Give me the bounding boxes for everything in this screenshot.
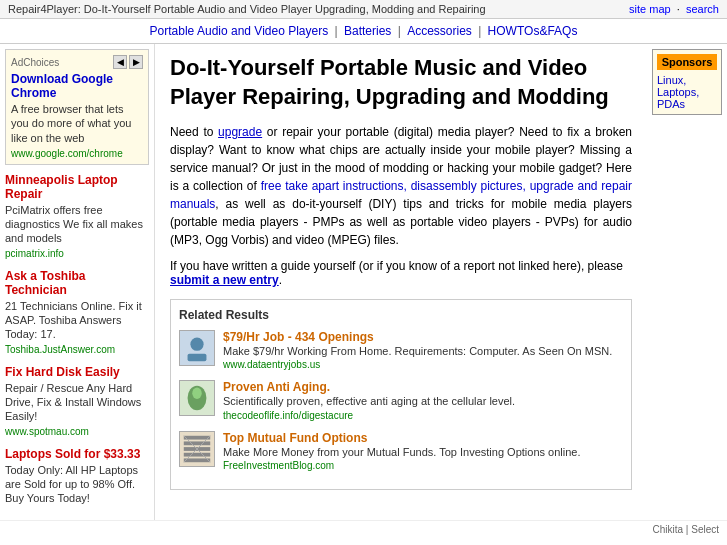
bottom-label: Chikita | Select bbox=[652, 524, 719, 535]
result-icon-1 bbox=[179, 330, 215, 366]
sitemap-link[interactable]: site map bbox=[629, 3, 671, 15]
sidebar-ad2: Minneapolis Laptop Repair PciMatrix offe… bbox=[5, 173, 149, 259]
top-bar-links[interactable]: site map · search bbox=[629, 3, 719, 15]
para1-start: Need to bbox=[170, 125, 218, 139]
ad-next-button[interactable]: ▶ bbox=[129, 55, 143, 69]
nav-accessories[interactable]: Accessories bbox=[407, 24, 472, 38]
para1-end: , as well as do-it-yourself (DIY) tips a… bbox=[170, 197, 632, 247]
sponsors-box: Sponsors Linux, Laptops, PDAs bbox=[652, 49, 722, 115]
search-link[interactable]: search bbox=[686, 3, 719, 15]
result-item-2: Proven Anti Aging. Scientifically proven… bbox=[179, 380, 623, 420]
result-content-1: $79/Hr Job - 434 Openings Make $79/hr Wo… bbox=[223, 330, 623, 370]
nav-batteries[interactable]: Batteries bbox=[344, 24, 391, 38]
nav-bar: Portable Audio and Video Players | Batte… bbox=[0, 19, 727, 44]
upgrade-link[interactable]: upgrade bbox=[218, 125, 262, 139]
svg-rect-11 bbox=[184, 458, 210, 462]
svg-rect-10 bbox=[184, 453, 210, 457]
ad-box-1: AdChoices ◀ ▶ Download Google Chrome A f… bbox=[5, 49, 149, 165]
ad3-body: 21 Technicians Online. Fix it ASAP. Tosh… bbox=[5, 299, 149, 342]
ad5-body: Today Only: All HP Laptops are Sold for … bbox=[5, 463, 149, 506]
ad-prev-button[interactable]: ◀ bbox=[113, 55, 127, 69]
ad4-body: Repair / Rescue Any Hard Drive, Fix & In… bbox=[5, 381, 149, 424]
result-icon-3 bbox=[179, 431, 215, 467]
main-para-1: Need to upgrade or repair your portable … bbox=[170, 123, 632, 249]
related-results-title: Related Results bbox=[179, 308, 623, 322]
submit-line: If you have written a guide yourself (or… bbox=[170, 259, 632, 287]
ad4-title[interactable]: Fix Hard Disk Easily bbox=[5, 365, 149, 379]
sidebar: AdChoices ◀ ▶ Download Google Chrome A f… bbox=[0, 44, 155, 520]
sidebar-ad5: Laptops Sold for $33.33 Today Only: All … bbox=[5, 447, 149, 506]
main-content: Do-It-Yourself Portable Music and Video … bbox=[155, 44, 647, 520]
nav-howtos[interactable]: HOWTOs&FAQs bbox=[488, 24, 578, 38]
para2-start: If you have written a guide yourself (or… bbox=[170, 259, 623, 273]
svg-point-5 bbox=[192, 388, 201, 399]
result-desc-2: Scientifically proven, effective anti ag… bbox=[223, 395, 515, 407]
page-title: Repair4Player: Do-It-Yourself Portable A… bbox=[8, 3, 486, 15]
sponsors-title: Sponsors bbox=[657, 54, 717, 70]
bottom-bar: Chikita | Select bbox=[0, 520, 727, 538]
result-title-1[interactable]: $79/Hr Job - 434 Openings bbox=[223, 330, 623, 344]
sponsors-column: Sponsors Linux, Laptops, PDAs bbox=[647, 44, 727, 520]
svg-rect-8 bbox=[184, 441, 210, 445]
top-bar: Repair4Player: Do-It-Yourself Portable A… bbox=[0, 0, 727, 19]
layout: AdChoices ◀ ▶ Download Google Chrome A f… bbox=[0, 44, 727, 520]
ad2-title[interactable]: Minneapolis Laptop Repair bbox=[5, 173, 149, 201]
ad2-url: pcimatrix.info bbox=[5, 248, 149, 259]
nav-portable-audio[interactable]: Portable Audio and Video Players bbox=[150, 24, 329, 38]
result-content-2: Proven Anti Aging. Scientifically proven… bbox=[223, 380, 623, 420]
ad3-url: Toshiba.JustAnswer.com bbox=[5, 344, 149, 355]
related-results-box: Related Results $79/Hr Job - 434 Opening… bbox=[170, 299, 632, 490]
ad5-title[interactable]: Laptops Sold for $33.33 bbox=[5, 447, 149, 461]
svg-rect-7 bbox=[184, 436, 210, 440]
svg-point-1 bbox=[190, 338, 203, 351]
result-content-3: Top Mutual Fund Options Make More Money … bbox=[223, 431, 623, 471]
result-item-3: Top Mutual Fund Options Make More Money … bbox=[179, 431, 623, 471]
result-url-2: thecodeoflife.info/digestacure bbox=[223, 410, 623, 421]
result-desc-3: Make More Money from your Mutual Funds. … bbox=[223, 446, 580, 458]
sidebar-ad4: Fix Hard Disk Easily Repair / Rescue Any… bbox=[5, 365, 149, 437]
ad-nav-arrows: ◀ ▶ bbox=[113, 55, 143, 69]
submit-link[interactable]: submit a new entry bbox=[170, 273, 279, 287]
sponsor-link-linux[interactable]: Linux, bbox=[657, 74, 717, 86]
ad-choices-row: AdChoices ◀ ▶ bbox=[11, 55, 143, 69]
ad1-title[interactable]: Download Google Chrome bbox=[11, 72, 143, 100]
result-icon-2 bbox=[179, 380, 215, 416]
sponsors-links: Linux, Laptops, PDAs bbox=[657, 74, 717, 110]
ad-choices-label: AdChoices bbox=[11, 57, 59, 68]
result-url-1: www.dataentryjobs.us bbox=[223, 359, 623, 370]
result-desc-1: Make $79/hr Working From Home. Requireme… bbox=[223, 345, 612, 357]
ad4-url: www.spotmau.com bbox=[5, 426, 149, 437]
svg-rect-2 bbox=[188, 354, 207, 362]
result-title-2[interactable]: Proven Anti Aging. bbox=[223, 380, 623, 394]
result-title-3[interactable]: Top Mutual Fund Options bbox=[223, 431, 623, 445]
sponsor-link-laptops[interactable]: Laptops, bbox=[657, 86, 717, 98]
ad3-title[interactable]: Ask a Toshiba Technician bbox=[5, 269, 149, 297]
ad1-body: A free browser that lets you do more of … bbox=[11, 102, 143, 145]
result-item-1: $79/Hr Job - 434 Openings Make $79/hr Wo… bbox=[179, 330, 623, 370]
result-url-3: FreeInvestmentBlog.com bbox=[223, 460, 623, 471]
sidebar-ad3: Ask a Toshiba Technician 21 Technicians … bbox=[5, 269, 149, 355]
sponsor-link-pdas[interactable]: PDAs bbox=[657, 98, 717, 110]
ad1-url: www.google.com/chrome bbox=[11, 148, 123, 159]
main-heading: Do-It-Yourself Portable Music and Video … bbox=[170, 54, 632, 111]
ad2-body: PciMatrix offers free diagnostics We fix… bbox=[5, 203, 149, 246]
para2-end: . bbox=[279, 273, 282, 287]
